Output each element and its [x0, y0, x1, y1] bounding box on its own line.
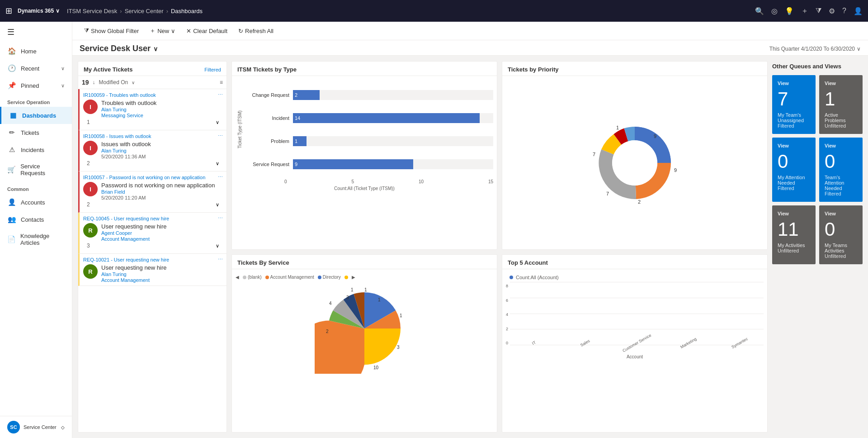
recent-expand-icon[interactable]: ∨: [61, 66, 65, 71]
tickets-card-header: My Active Tickets Filtered: [78, 62, 226, 76]
ticket-contact[interactable]: Alan Turing: [101, 107, 223, 112]
itsm-y-axis-label: Ticket Type (ITSM): [236, 80, 244, 179]
ticket-id-link[interactable]: IR100059 - Troubles with outlook: [83, 92, 156, 98]
list-view-icon[interactable]: ≡: [220, 79, 223, 86]
ticket-id-row: IR100057 - Password is not working on ne…: [83, 174, 223, 180]
view-tile-team-unassigned[interactable]: View 7 My Team's Unassigned Filtered: [772, 75, 816, 134]
pie-label-1: 1: [378, 297, 381, 302]
view-tile-num: 7: [778, 90, 810, 109]
pinned-expand-icon[interactable]: ∨: [61, 83, 65, 89]
filter-icon[interactable]: ⧩: [816, 7, 821, 15]
ticket-id-link[interactable]: IR100058 - Issues with outlook: [83, 133, 151, 139]
ticket-contact[interactable]: Brian Field: [101, 189, 223, 195]
ticket-more-icon[interactable]: ⋯: [218, 92, 223, 98]
bar-track: 14: [293, 113, 493, 123]
sidebar-item-accounts[interactable]: 👤 Accounts: [0, 194, 72, 211]
apps-icon[interactable]: ⊞: [5, 6, 12, 16]
pie-label-8: 3: [346, 295, 349, 300]
ticket-id-link[interactable]: REQ-10021 - User requesting new hire: [83, 257, 169, 262]
title-chevron-icon[interactable]: ∨: [153, 45, 158, 52]
pie-chart-svg: 1 1 3 10 2 1 4 3 1: [315, 283, 414, 374]
view-tile-my-activities[interactable]: View 11 My Activities Unfiltered: [772, 205, 816, 264]
sidebar-item-incidents[interactable]: ⚠ Incidents: [0, 141, 72, 158]
date-chevron-icon[interactable]: ∨: [857, 46, 861, 52]
view-tile-sublabel: Unfiltered: [825, 253, 857, 259]
sidebar-item-pinned[interactable]: 📌 Pinned ∨: [0, 77, 72, 94]
top5-legend-dot: [509, 276, 513, 279]
sidebar-item-service-requests[interactable]: 🛒 Service Requests: [0, 158, 72, 181]
info-icon[interactable]: 💡: [785, 7, 794, 15]
view-tile-label: My Attention Needed: [778, 175, 810, 186]
view-tile-team-activities[interactable]: View 0 My Teams Activities Unfiltered: [819, 205, 863, 264]
ticket-expand-icon[interactable]: ∨: [216, 161, 219, 167]
view-tile-my-attention[interactable]: View 0 My Attention Needed Filtered: [772, 138, 816, 202]
bar-col-marketing: Marketing: [664, 340, 712, 345]
breadcrumb-itsm[interactable]: ITSM Service Desk: [67, 8, 117, 14]
breadcrumb-sc[interactable]: Service Center: [125, 8, 164, 14]
help-icon[interactable]: ?: [842, 7, 846, 15]
add-icon[interactable]: ＋: [801, 6, 808, 16]
sort-down-icon[interactable]: ↓: [93, 79, 95, 86]
table-row[interactable]: IR100059 - Troubles with outlook ⋯ I Tro…: [78, 89, 226, 130]
sidebar-item-knowledge[interactable]: 📄 Knowledge Articles: [0, 228, 72, 251]
recent-icon[interactable]: ◎: [771, 7, 778, 15]
clear-default-button[interactable]: ✕ Clear Default: [182, 25, 232, 37]
ticket-service[interactable]: Account Management: [101, 236, 223, 242]
ticket-expand-icon[interactable]: ∨: [216, 243, 219, 249]
brand-chevron[interactable]: ∨: [56, 8, 60, 14]
pie-chart-container: 1 1 3 10 2 1 4 3 1: [236, 283, 493, 374]
ticket-expand-icon[interactable]: ∨: [216, 202, 219, 208]
breadcrumb-current: Dashboards: [171, 8, 203, 14]
legend-next[interactable]: ▶: [352, 275, 355, 280]
ticket-title: Issues with outlook: [101, 141, 223, 148]
footer-chevron[interactable]: ◇: [61, 425, 65, 430]
sidebar-item-dashboards[interactable]: ▦ Dashboards: [0, 107, 72, 124]
itsm-bars: Change Request 2 Incident: [244, 80, 493, 179]
ticket-id-link[interactable]: REQ-10045 - User requesting new hire: [83, 216, 169, 221]
ticket-title: User requesting new hire: [101, 223, 223, 230]
ticket-service[interactable]: Messaging Service: [101, 113, 223, 118]
sidebar-item-contacts[interactable]: 👥 Contacts: [0, 211, 72, 228]
table-row[interactable]: REQ-10045 - User requesting new hire ⋯ R…: [78, 213, 226, 254]
legend-prev[interactable]: ◀: [236, 275, 239, 280]
sidebar-item-home[interactable]: 🏠 Home: [0, 43, 72, 60]
brand-name: Dynamics 365: [18, 8, 54, 14]
view-tile-view-label: View: [778, 143, 810, 148]
ticket-contact[interactable]: Alan Turing: [101, 148, 223, 153]
plus-icon: ＋: [150, 27, 156, 35]
ticket-more-icon[interactable]: ⋯: [218, 133, 223, 139]
tickets-list-header: 19 ↓ Modified On ∨ ≡: [78, 76, 226, 89]
bar-col-cs: Customer Service: [613, 340, 661, 345]
ticket-id-link[interactable]: IR100057 - Password is not working on ne…: [83, 175, 205, 180]
ticket-title: User requesting new hire: [101, 264, 223, 271]
show-filter-label: Show Global Filter: [91, 28, 139, 34]
view-tile-teams-attention[interactable]: View 0 Team's Attention Needed Filtered: [819, 138, 863, 202]
ticket-more-icon[interactable]: ⋯: [218, 257, 223, 262]
ticket-more-icon[interactable]: ⋯: [218, 174, 223, 180]
refresh-all-button[interactable]: ↻ Refresh All: [234, 25, 278, 37]
new-button[interactable]: ＋ New ∨: [145, 24, 180, 37]
table-row[interactable]: IR100058 - Issues with outlook ⋯ I Issue…: [78, 130, 226, 171]
show-filter-button[interactable]: ⧩ Show Global Filter: [80, 25, 143, 37]
sidebar-item-recent[interactable]: 🕐 Recent ∨: [0, 60, 72, 77]
sidebar-item-tickets[interactable]: ✏ Tickets: [0, 124, 72, 141]
sidebar-footer: SC Service Center ◇: [0, 416, 72, 438]
table-row[interactable]: IR100057 - Password is not working on ne…: [78, 171, 226, 213]
view-tile-active-problems[interactable]: View 1 Active Problems Unfiltered: [819, 75, 863, 134]
ticket-contact[interactable]: Alan Turing: [101, 271, 223, 277]
sort-label[interactable]: Modified On: [99, 79, 128, 86]
user-icon[interactable]: 👤: [854, 7, 863, 15]
sort-chevron-icon[interactable]: ∨: [132, 80, 135, 85]
view-tile-label: My Team's Unassigned: [778, 112, 810, 123]
ticket-service[interactable]: Account Management: [101, 277, 223, 283]
hamburger-menu[interactable]: ☰: [0, 22, 72, 43]
settings-icon[interactable]: ⚙: [829, 7, 835, 15]
brand-logo[interactable]: Dynamics 365 ∨: [18, 8, 60, 14]
table-row[interactable]: REQ-10021 - User requesting new hire ⋯ R…: [78, 254, 226, 286]
ticket-id-row: IR100058 - Issues with outlook ⋯: [83, 133, 223, 139]
search-icon[interactable]: 🔍: [755, 7, 764, 15]
ticket-contact[interactable]: Agent Cooper: [101, 230, 223, 236]
tickets-scroll-area[interactable]: IR100059 - Troubles with outlook ⋯ I Tro…: [78, 89, 226, 432]
ticket-more-icon[interactable]: ⋯: [218, 215, 223, 221]
ticket-expand-icon[interactable]: ∨: [216, 119, 219, 125]
